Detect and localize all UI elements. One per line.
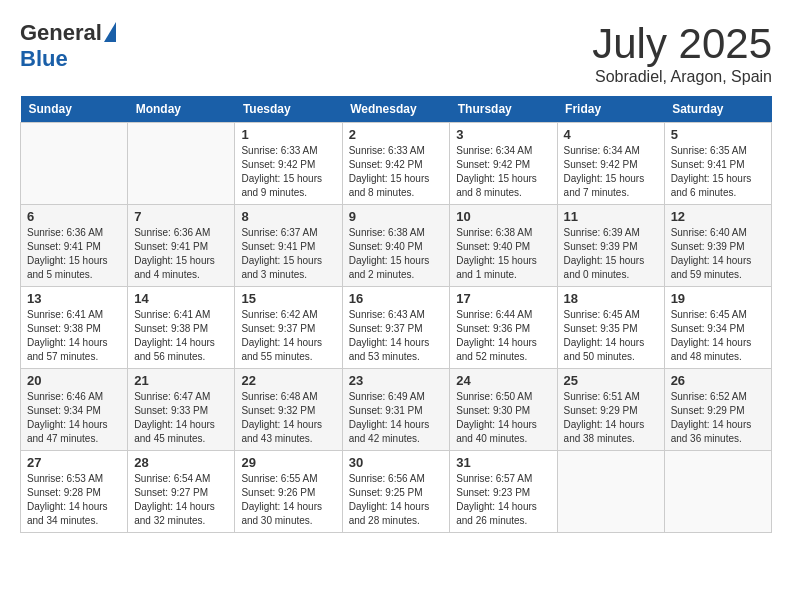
location-text: Sobradiel, Aragon, Spain (592, 68, 772, 86)
day-number: 15 (241, 291, 335, 306)
calendar-cell: 18 Sunrise: 6:45 AMSunset: 9:35 PMDaylig… (557, 287, 664, 369)
day-info: Sunrise: 6:52 AMSunset: 9:29 PMDaylight:… (671, 390, 765, 446)
calendar-cell (21, 123, 128, 205)
logo: General Blue (20, 20, 116, 72)
day-number: 20 (27, 373, 121, 388)
day-number: 3 (456, 127, 550, 142)
day-info: Sunrise: 6:45 AMSunset: 9:34 PMDaylight:… (671, 308, 765, 364)
day-number: 1 (241, 127, 335, 142)
column-header-friday: Friday (557, 96, 664, 123)
day-info: Sunrise: 6:40 AMSunset: 9:39 PMDaylight:… (671, 226, 765, 282)
calendar-cell: 29 Sunrise: 6:55 AMSunset: 9:26 PMDaylig… (235, 451, 342, 533)
day-number: 9 (349, 209, 444, 224)
day-number: 26 (671, 373, 765, 388)
day-info: Sunrise: 6:54 AMSunset: 9:27 PMDaylight:… (134, 472, 228, 528)
calendar-cell: 25 Sunrise: 6:51 AMSunset: 9:29 PMDaylig… (557, 369, 664, 451)
day-info: Sunrise: 6:41 AMSunset: 9:38 PMDaylight:… (27, 308, 121, 364)
day-info: Sunrise: 6:38 AMSunset: 9:40 PMDaylight:… (456, 226, 550, 282)
day-number: 10 (456, 209, 550, 224)
day-number: 18 (564, 291, 658, 306)
day-number: 16 (349, 291, 444, 306)
day-info: Sunrise: 6:55 AMSunset: 9:26 PMDaylight:… (241, 472, 335, 528)
day-number: 17 (456, 291, 550, 306)
calendar-cell: 5 Sunrise: 6:35 AMSunset: 9:41 PMDayligh… (664, 123, 771, 205)
calendar-cell: 22 Sunrise: 6:48 AMSunset: 9:32 PMDaylig… (235, 369, 342, 451)
day-number: 7 (134, 209, 228, 224)
day-info: Sunrise: 6:33 AMSunset: 9:42 PMDaylight:… (241, 144, 335, 200)
day-info: Sunrise: 6:35 AMSunset: 9:41 PMDaylight:… (671, 144, 765, 200)
column-header-wednesday: Wednesday (342, 96, 450, 123)
day-info: Sunrise: 6:41 AMSunset: 9:38 PMDaylight:… (134, 308, 228, 364)
calendar-cell: 15 Sunrise: 6:42 AMSunset: 9:37 PMDaylig… (235, 287, 342, 369)
month-title: July 2025 (592, 20, 772, 68)
calendar-cell: 2 Sunrise: 6:33 AMSunset: 9:42 PMDayligh… (342, 123, 450, 205)
day-number: 13 (27, 291, 121, 306)
day-info: Sunrise: 6:33 AMSunset: 9:42 PMDaylight:… (349, 144, 444, 200)
day-info: Sunrise: 6:37 AMSunset: 9:41 PMDaylight:… (241, 226, 335, 282)
day-info: Sunrise: 6:56 AMSunset: 9:25 PMDaylight:… (349, 472, 444, 528)
calendar-cell: 8 Sunrise: 6:37 AMSunset: 9:41 PMDayligh… (235, 205, 342, 287)
day-number: 24 (456, 373, 550, 388)
day-number: 4 (564, 127, 658, 142)
column-header-saturday: Saturday (664, 96, 771, 123)
calendar-cell: 28 Sunrise: 6:54 AMSunset: 9:27 PMDaylig… (128, 451, 235, 533)
calendar-cell: 31 Sunrise: 6:57 AMSunset: 9:23 PMDaylig… (450, 451, 557, 533)
column-header-tuesday: Tuesday (235, 96, 342, 123)
day-number: 14 (134, 291, 228, 306)
day-number: 12 (671, 209, 765, 224)
calendar-cell: 13 Sunrise: 6:41 AMSunset: 9:38 PMDaylig… (21, 287, 128, 369)
title-block: July 2025 Sobradiel, Aragon, Spain (592, 20, 772, 86)
calendar-cell: 27 Sunrise: 6:53 AMSunset: 9:28 PMDaylig… (21, 451, 128, 533)
day-number: 19 (671, 291, 765, 306)
calendar-week-5: 27 Sunrise: 6:53 AMSunset: 9:28 PMDaylig… (21, 451, 772, 533)
calendar-cell: 30 Sunrise: 6:56 AMSunset: 9:25 PMDaylig… (342, 451, 450, 533)
day-number: 27 (27, 455, 121, 470)
day-info: Sunrise: 6:57 AMSunset: 9:23 PMDaylight:… (456, 472, 550, 528)
logo-blue-text: Blue (20, 46, 68, 72)
calendar-cell: 3 Sunrise: 6:34 AMSunset: 9:42 PMDayligh… (450, 123, 557, 205)
calendar-table: SundayMondayTuesdayWednesdayThursdayFrid… (20, 96, 772, 533)
calendar-cell: 14 Sunrise: 6:41 AMSunset: 9:38 PMDaylig… (128, 287, 235, 369)
calendar-cell: 17 Sunrise: 6:44 AMSunset: 9:36 PMDaylig… (450, 287, 557, 369)
calendar-cell: 12 Sunrise: 6:40 AMSunset: 9:39 PMDaylig… (664, 205, 771, 287)
day-number: 29 (241, 455, 335, 470)
calendar-cell: 20 Sunrise: 6:46 AMSunset: 9:34 PMDaylig… (21, 369, 128, 451)
calendar-cell: 4 Sunrise: 6:34 AMSunset: 9:42 PMDayligh… (557, 123, 664, 205)
calendar-cell (128, 123, 235, 205)
column-header-sunday: Sunday (21, 96, 128, 123)
day-info: Sunrise: 6:34 AMSunset: 9:42 PMDaylight:… (456, 144, 550, 200)
calendar-week-4: 20 Sunrise: 6:46 AMSunset: 9:34 PMDaylig… (21, 369, 772, 451)
day-info: Sunrise: 6:46 AMSunset: 9:34 PMDaylight:… (27, 390, 121, 446)
calendar-cell: 10 Sunrise: 6:38 AMSunset: 9:40 PMDaylig… (450, 205, 557, 287)
calendar-cell: 6 Sunrise: 6:36 AMSunset: 9:41 PMDayligh… (21, 205, 128, 287)
column-header-monday: Monday (128, 96, 235, 123)
day-number: 5 (671, 127, 765, 142)
calendar-cell: 16 Sunrise: 6:43 AMSunset: 9:37 PMDaylig… (342, 287, 450, 369)
day-info: Sunrise: 6:45 AMSunset: 9:35 PMDaylight:… (564, 308, 658, 364)
calendar-cell: 19 Sunrise: 6:45 AMSunset: 9:34 PMDaylig… (664, 287, 771, 369)
day-info: Sunrise: 6:34 AMSunset: 9:42 PMDaylight:… (564, 144, 658, 200)
calendar-cell: 26 Sunrise: 6:52 AMSunset: 9:29 PMDaylig… (664, 369, 771, 451)
day-info: Sunrise: 6:50 AMSunset: 9:30 PMDaylight:… (456, 390, 550, 446)
day-info: Sunrise: 6:53 AMSunset: 9:28 PMDaylight:… (27, 472, 121, 528)
day-number: 21 (134, 373, 228, 388)
day-number: 2 (349, 127, 444, 142)
logo-general-text: General (20, 20, 102, 46)
calendar-cell: 9 Sunrise: 6:38 AMSunset: 9:40 PMDayligh… (342, 205, 450, 287)
day-info: Sunrise: 6:51 AMSunset: 9:29 PMDaylight:… (564, 390, 658, 446)
day-number: 23 (349, 373, 444, 388)
day-number: 22 (241, 373, 335, 388)
calendar-cell: 11 Sunrise: 6:39 AMSunset: 9:39 PMDaylig… (557, 205, 664, 287)
calendar-week-3: 13 Sunrise: 6:41 AMSunset: 9:38 PMDaylig… (21, 287, 772, 369)
calendar-cell: 21 Sunrise: 6:47 AMSunset: 9:33 PMDaylig… (128, 369, 235, 451)
calendar-week-1: 1 Sunrise: 6:33 AMSunset: 9:42 PMDayligh… (21, 123, 772, 205)
day-number: 28 (134, 455, 228, 470)
day-info: Sunrise: 6:44 AMSunset: 9:36 PMDaylight:… (456, 308, 550, 364)
day-info: Sunrise: 6:49 AMSunset: 9:31 PMDaylight:… (349, 390, 444, 446)
day-info: Sunrise: 6:42 AMSunset: 9:37 PMDaylight:… (241, 308, 335, 364)
logo-triangle-icon (104, 22, 116, 42)
calendar-cell (664, 451, 771, 533)
day-info: Sunrise: 6:36 AMSunset: 9:41 PMDaylight:… (134, 226, 228, 282)
day-number: 31 (456, 455, 550, 470)
calendar-cell: 7 Sunrise: 6:36 AMSunset: 9:41 PMDayligh… (128, 205, 235, 287)
